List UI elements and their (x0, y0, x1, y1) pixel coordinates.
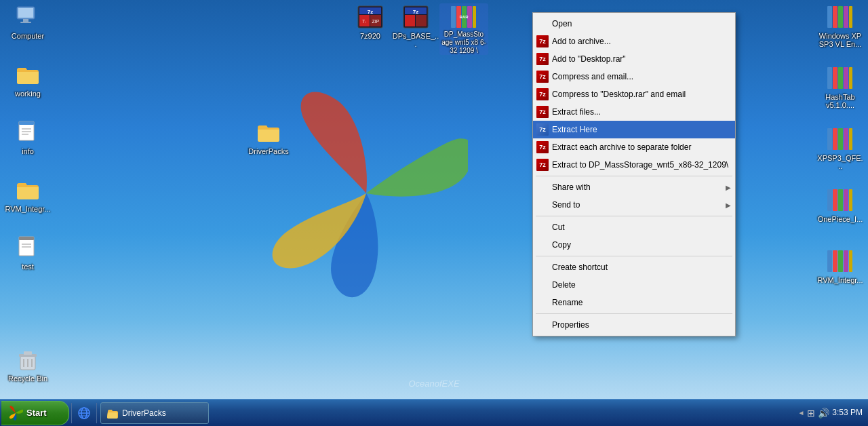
ctx-send-to[interactable]: Send to ▶ (533, 196, 735, 214)
desktop-icon-rvm[interactable]: RVM_Integr... (3, 176, 52, 213)
ctx-add-archive[interactable]: 7z Add to archive... (533, 33, 735, 50)
taskbar-open-label: DriverPacks (122, 408, 166, 418)
svg-rect-50 (844, 128, 848, 150)
svg-rect-42 (827, 67, 832, 89)
svg-rect-40 (844, 6, 848, 28)
ctx-rename[interactable]: Rename (533, 294, 735, 311)
ctx-extract-separate[interactable]: 7z Extract each archive to separate fold… (533, 138, 735, 156)
ctx-send-to-icon (536, 198, 549, 212)
desktop-icon-rvm2[interactable]: RVM_Integr... (816, 248, 865, 284)
taskbar-time[interactable]: 3:53 PM (832, 408, 863, 417)
ctx-compress-email-icon: 7z (536, 70, 549, 83)
7z920-label: 7z920 (360, 32, 380, 40)
ctx-create-shortcut-label: Create shortcut (552, 263, 731, 272)
ctx-properties[interactable]: Properties (533, 316, 735, 334)
dps-base-label: DPs_BASE_... (392, 32, 439, 48)
svg-rect-54 (838, 189, 843, 211)
svg-rect-60 (844, 250, 848, 272)
desktop-icon-computer[interactable]: Computer (3, 3, 52, 40)
test-icon (14, 234, 41, 261)
desktop-icon-7z920[interactable]: 7z 7- ZIP 7z920 (346, 3, 395, 40)
desktop-icon-dps-base[interactable]: 7z DPs_BASE_... (391, 3, 440, 48)
7z920-icon: 7z 7- ZIP (357, 3, 384, 31)
recycle-icon (14, 346, 41, 373)
desktop-icon-working[interactable]: working (3, 61, 52, 98)
taskbar: Start DriverPacks ◄ ⊞ 🔊 (0, 399, 868, 426)
ctx-add-desktop-rar-icon: 7z (536, 52, 549, 66)
svg-text:7z: 7z (413, 9, 418, 15)
windows-logo (264, 88, 468, 298)
ctx-send-to-label: Send to (552, 200, 726, 210)
ctx-add-desktop-rar[interactable]: 7z Add to "Desktop.rar" (533, 50, 735, 68)
ctx-copy[interactable]: Copy (533, 236, 735, 254)
xpsp3-rar-icon (827, 125, 854, 153)
ctx-properties-label: Properties (552, 320, 731, 330)
ctx-share-with-label: Share with (552, 182, 726, 192)
ctx-create-shortcut[interactable]: Create shortcut (533, 258, 735, 276)
rvm2-label: RVM_Integr... (817, 276, 863, 284)
computer-label: Computer (12, 32, 44, 40)
taskbar-open-driverpacks[interactable]: DriverPacks (100, 402, 209, 424)
ctx-compress-desktop-email[interactable]: 7z Compress to "Desktop.rar" and email (533, 85, 735, 103)
ctx-delete[interactable]: Delete (533, 276, 735, 294)
dp-massstorage-label: DP_MassSto age wnt5 x8 6-32 1209 \ (440, 31, 488, 55)
desktop-icon-test[interactable]: test (3, 234, 52, 271)
systray-volume-icon[interactable]: 🔊 (818, 408, 829, 419)
desktop-icon-hashtab[interactable]: HashTab v5.1.0.... (816, 64, 865, 109)
ctx-send-to-arrow: ▶ (726, 201, 731, 209)
dps-base-icon: 7z (402, 3, 429, 31)
ctx-extract-to-dp-label: Extract to DP_MassStorage_wnt5_x86-32_12… (552, 160, 731, 170)
ctx-extract-separate-icon: 7z (536, 140, 549, 154)
systray-chevron[interactable]: ◄ (797, 409, 804, 417)
desktop-icon-driverpacks[interactable]: DriverPacks (244, 119, 293, 155)
desktop-icon-recycle[interactable]: Recycle Bin (3, 346, 52, 383)
svg-rect-37 (827, 6, 832, 28)
ctx-cut-label: Cut (552, 222, 731, 232)
ctx-cut[interactable]: Cut (533, 218, 735, 236)
svg-rect-56 (849, 189, 852, 211)
ctx-extract-here-label: Extract Here (552, 125, 731, 134)
ctx-open[interactable]: Open (533, 15, 735, 33)
ctx-compress-email[interactable]: 7z Compress and email... (533, 68, 735, 85)
ctx-copy-icon (536, 238, 549, 252)
ctx-rename-label: Rename (552, 298, 731, 307)
desktop-icon-dp-massstorage[interactable]: RAR DP_MassSto age wnt5 x8 6-32 1209 \ (439, 3, 488, 55)
start-button-label: Start (26, 408, 47, 418)
ctx-compress-email-label: Compress and email... (552, 72, 731, 81)
desktop-icon-info[interactable]: info (3, 119, 52, 155)
ctx-extract-files[interactable]: 7z Extract files... (533, 103, 735, 121)
ctx-extract-to-dp[interactable]: 7z Extract to DP_MassStorage_wnt5_x86-32… (533, 156, 735, 174)
start-button[interactable]: Start (1, 401, 69, 425)
taskbar-divider-1 (71, 403, 72, 423)
systray-network-icon[interactable]: ⊞ (807, 408, 815, 419)
start-logo-icon (8, 406, 23, 421)
taskbar-ie-button[interactable] (74, 403, 94, 423)
ctx-extract-here[interactable]: 7z Extract Here (533, 121, 735, 138)
desktop-icon-onepiece[interactable]: OnePiece_I... (816, 187, 865, 223)
ctx-open-icon (536, 17, 549, 31)
desktop-icon-xpsp3[interactable]: XPSP3_QFE... (816, 125, 865, 170)
svg-rect-10 (19, 237, 34, 240)
desktop-icon-winxp[interactable]: Windows XP SP3 VL En... (816, 3, 865, 48)
ctx-extract-to-dp-icon: 7z (536, 158, 549, 172)
rvm2-rar-icon (827, 248, 854, 275)
taskbar-folder-icon (106, 407, 119, 419)
svg-text:ZIP: ZIP (372, 19, 380, 24)
ctx-compress-desktop-email-icon: 7z (536, 88, 549, 101)
ctx-sep-3 (536, 256, 732, 256)
svg-rect-47 (827, 128, 832, 150)
ctx-extract-files-label: Extract files... (552, 107, 731, 117)
svg-rect-31 (451, 6, 456, 28)
svg-rect-49 (838, 128, 843, 150)
svg-rect-43 (833, 67, 837, 89)
svg-rect-48 (833, 128, 837, 150)
svg-rect-30 (416, 15, 427, 26)
svg-rect-59 (838, 250, 843, 272)
svg-rect-3 (20, 22, 31, 23)
ctx-share-with[interactable]: Share with ▶ (533, 178, 735, 196)
svg-rect-15 (24, 351, 32, 355)
ctx-share-with-icon (536, 180, 549, 194)
svg-rect-41 (849, 6, 852, 28)
ctx-rename-icon (536, 296, 549, 309)
hashtab-label: HashTab v5.1.0.... (816, 93, 864, 109)
